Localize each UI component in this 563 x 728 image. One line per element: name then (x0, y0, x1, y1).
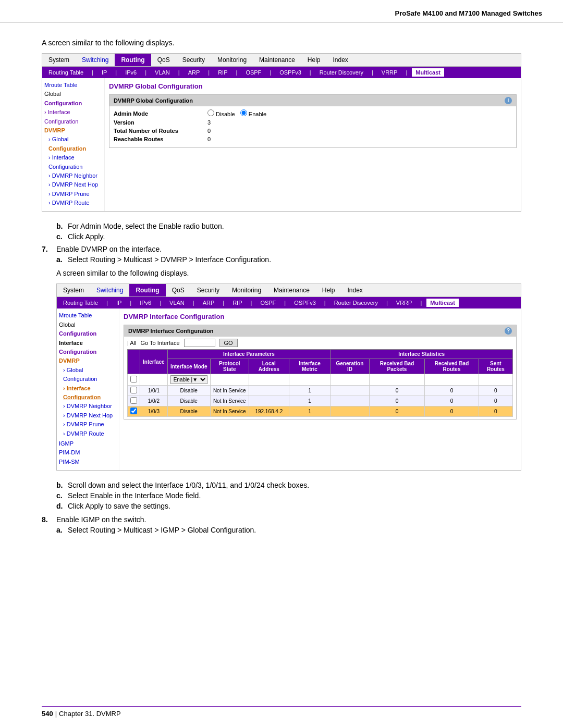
cell-sr-2: 0 (479, 396, 512, 406)
nav-security-1[interactable]: Security (176, 54, 211, 66)
toolbar-row-2: | All Go To Interface GO (127, 339, 513, 347)
sub-vlan-2[interactable]: VLAN (166, 299, 188, 307)
nav-monitoring-1[interactable]: Monitoring (211, 54, 253, 66)
nav-index-1[interactable]: Index (327, 54, 354, 66)
sidebar2-dvmrp-iface-config[interactable]: Configuration (59, 393, 117, 401)
intro-text-1: A screen similar to the following displa… (42, 39, 521, 47)
step-b-letter-1: b. (56, 222, 68, 230)
nav-routing-2[interactable]: Routing (129, 284, 165, 297)
steps-bc-1: b. For Admin Mode, select the Enable rad… (56, 222, 521, 241)
sidebar2-dvmrp-iface[interactable]: › Interface (59, 385, 117, 392)
info-icon-2[interactable]: ? (505, 327, 512, 335)
nav-system-2[interactable]: System (57, 284, 90, 297)
sidebar-dvmrp-global-config-1[interactable]: Configuration (44, 145, 102, 153)
sidebar-interface-config-1[interactable]: Configuration (44, 118, 102, 126)
sub-ip-2[interactable]: IP (113, 299, 125, 307)
config-value-version-1: 3 (207, 119, 211, 126)
sub-multicast-2[interactable]: Multicast (426, 299, 459, 307)
th-interface-params: Interface Parameters (167, 350, 331, 359)
sidebar2-mroute[interactable]: Mroute Table (59, 312, 117, 319)
sidebar2-igmp[interactable]: IGMP (59, 440, 117, 448)
sidebar2-dvmrp-neighbor[interactable]: › DVMRP Neighbor (59, 402, 117, 410)
check-all[interactable] (130, 376, 137, 382)
nav-qos-1[interactable]: QoS (151, 54, 176, 66)
sub-router-discovery-2[interactable]: Router Discovery (331, 299, 382, 307)
sidebar2-dvmrp-nexthop[interactable]: › DVMRP Next Hop (59, 412, 117, 419)
check-row2[interactable] (130, 397, 137, 404)
cell-sr-3: 0 (479, 406, 512, 417)
nav-switching-2[interactable]: Switching (90, 284, 129, 297)
sub-arp-2[interactable]: ARP (199, 299, 218, 307)
step-8a-letter: a. (56, 526, 68, 534)
step-b-1: b. For Admin Mode, select the Enable rad… (56, 222, 521, 230)
sidebar-dvmrp-iface-1[interactable]: › Interface (44, 154, 102, 162)
sidebar2-dvmrp-global[interactable]: › Global (59, 366, 117, 374)
sub-vrrp-1[interactable]: VRRP (378, 68, 401, 77)
mode-select-all[interactable]: Enable |▼ (170, 375, 207, 384)
go-button[interactable]: GO (219, 339, 238, 347)
nav-sub-2: Routing Table | IP | IPv6 | VLAN | ARP |… (57, 297, 521, 309)
sub-ipv6-2[interactable]: IPv6 (136, 299, 155, 307)
sub-multicast-1[interactable]: Multicast (412, 68, 444, 77)
nav-maintenance-2[interactable]: Maintenance (267, 284, 316, 297)
check-row3[interactable] (130, 408, 137, 414)
sidebar2-dvmrp-global-config[interactable]: Configuration (59, 375, 117, 383)
sidebar-global-text-1: Global (44, 90, 102, 98)
sub-routing-table-1[interactable]: Routing Table (45, 68, 87, 77)
nav-security-2[interactable]: Security (191, 284, 226, 297)
sidebar-dvmrp-global-1[interactable]: › Global (44, 135, 102, 143)
main-panel-1: DVMRP Global Configuration DVMRP Global … (105, 78, 521, 211)
nav-maintenance-1[interactable]: Maintenance (253, 54, 301, 66)
nav-qos-2[interactable]: QoS (166, 284, 191, 297)
info-icon-1[interactable]: i (505, 97, 512, 104)
nav-routing-1[interactable]: Routing (115, 54, 151, 66)
sidebar-config-1[interactable]: Configuration (44, 100, 102, 107)
interface-table: Interface Interface Parameters Interface… (127, 349, 513, 417)
nav-index-2[interactable]: Index (341, 284, 369, 297)
sub-routing-table-2[interactable]: Routing Table (59, 299, 102, 307)
sub-rip-2[interactable]: RIP (229, 299, 246, 307)
config-section-1: DVMRP Global Configuration i Admin Mode … (109, 94, 517, 148)
sidebar2-pim-sm[interactable]: PIM-SM (59, 458, 117, 466)
sub-rip-1[interactable]: RIP (214, 68, 231, 77)
sidebar2-dvmrp-prune[interactable]: › DVMRP Prune (59, 421, 117, 428)
sub-ospfv3-1[interactable]: OSPFv3 (276, 68, 305, 77)
sidebar-dvmrp-route-1[interactable]: › DVMRP Route (44, 199, 102, 207)
page-footer: 540 | Chapter 31. DVMRP (42, 706, 521, 718)
step-7a-text: Select Routing > Multicast > DVMRP > Int… (68, 255, 271, 264)
sub-vrrp-2[interactable]: VRRP (393, 299, 416, 307)
step-7d: d. Click Apply to save the settings. (56, 502, 521, 510)
sub-ospfv3-2[interactable]: OSPFv3 (290, 299, 320, 307)
sub-vlan-1[interactable]: VLAN (151, 68, 174, 77)
sub-ipv6-1[interactable]: IPv6 (121, 68, 140, 77)
nav-switching-1[interactable]: Switching (76, 54, 115, 66)
th-checkbox (128, 350, 140, 374)
check-row1[interactable] (130, 387, 137, 393)
sidebar2-config[interactable]: Configuration (59, 330, 117, 338)
go-to-input[interactable] (184, 339, 215, 347)
radio-enable-1[interactable]: Enable (240, 109, 266, 117)
nav-system-1[interactable]: System (42, 54, 76, 66)
sidebar2-dvmrp-route[interactable]: › DVMRP Route (59, 430, 117, 438)
sidebar-mroute-1[interactable]: Mroute Table (44, 81, 102, 89)
sub-arp-1[interactable]: ARP (185, 68, 204, 77)
sidebar-dvmrp-iface-config-1[interactable]: Configuration (44, 163, 102, 171)
sub-ospf-1[interactable]: OSPF (242, 68, 265, 77)
sidebar-dvmrp-neighbor-1[interactable]: › DVMRP Neighbor (44, 172, 102, 180)
radio-disable-1[interactable]: Disable (207, 109, 235, 117)
intro-text-2: A screen similar to the following displa… (56, 269, 521, 277)
sidebar2-pim-dm[interactable]: PIM-DM (59, 449, 117, 456)
nav-help-2[interactable]: Help (316, 284, 341, 297)
sidebar-dvmrp-nexthop-1[interactable]: › DVMRP Next Hop (44, 181, 102, 189)
sidebar-dvmrp-prune-1[interactable]: › DVMRP Prune (44, 190, 102, 198)
sidebar-interface-1[interactable]: › Interface (44, 108, 102, 116)
sub-ospf-2[interactable]: OSPF (256, 299, 279, 307)
nav-help-1[interactable]: Help (301, 54, 327, 66)
sidebar2-interface-config[interactable]: Configuration (59, 348, 117, 356)
nav-monitoring-2[interactable]: Monitoring (226, 284, 267, 297)
footer-chapter: Chapter 31. DVMRP (59, 710, 121, 718)
sub-router-discovery-1[interactable]: Router Discovery (316, 68, 367, 77)
th-gen-id: Generation ID (331, 359, 369, 374)
steps-bcd: b. Scroll down and select the Interface … (56, 481, 521, 510)
sub-ip-1[interactable]: IP (98, 68, 111, 77)
